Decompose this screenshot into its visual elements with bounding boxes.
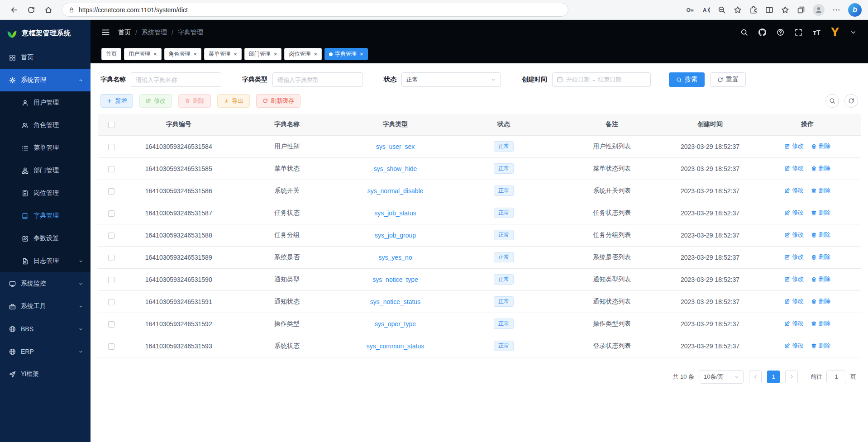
split-screen-icon[interactable] [765, 6, 773, 14]
dict-type-input[interactable] [272, 72, 363, 87]
read-aloud-icon[interactable]: A [702, 6, 710, 14]
view-tab[interactable]: 用户管理× [124, 48, 162, 60]
row-delete-link[interactable]: 删除 [811, 164, 830, 172]
sidebar-item[interactable]: 首页 [0, 46, 91, 69]
refresh-table-button[interactable] [844, 94, 858, 108]
delete-button[interactable]: 删除 [178, 94, 211, 108]
row-edit-link[interactable]: 修改 [784, 319, 804, 328]
dict-type-link[interactable]: sys_oper_type [375, 320, 416, 328]
row-edit-link[interactable]: 修改 [784, 231, 804, 239]
sidebar-subitem[interactable]: 参数设置 [0, 227, 91, 250]
close-icon[interactable]: × [314, 51, 317, 57]
row-checkbox[interactable] [108, 188, 114, 195]
sidebar-subitem[interactable]: 字典管理 [0, 204, 91, 227]
row-checkbox[interactable] [108, 321, 114, 328]
sidebar-item[interactable]: 系统工具 [0, 295, 91, 318]
profile-avatar[interactable] [813, 4, 825, 16]
font-size-icon[interactable]: тT [813, 29, 820, 36]
toggle-search-button[interactable] [825, 94, 839, 108]
row-checkbox[interactable] [108, 210, 114, 217]
row-checkbox[interactable] [108, 255, 114, 261]
row-checkbox[interactable] [108, 233, 114, 239]
help-icon[interactable] [777, 29, 784, 36]
header-search-icon[interactable] [740, 29, 748, 36]
row-edit-link[interactable]: 修改 [784, 297, 804, 305]
row-checkbox[interactable] [108, 277, 114, 283]
dict-type-link[interactable]: sys_job_group [375, 232, 416, 239]
bing-icon[interactable]: b [848, 3, 862, 17]
view-tab[interactable]: 首页 [101, 48, 121, 60]
sidebar-toggle-icon[interactable] [101, 28, 110, 37]
next-page-button[interactable] [785, 371, 798, 383]
favorites-bar-icon[interactable] [781, 6, 789, 14]
row-checkbox[interactable] [108, 299, 114, 305]
dict-name-input[interactable] [131, 72, 221, 87]
url-text[interactable]: https://ccnetcore.com:1101/system/dict [79, 6, 188, 14]
row-edit-link[interactable]: 修改 [784, 342, 804, 350]
dict-type-link[interactable]: sys_job_status [374, 209, 416, 217]
view-tab[interactable]: 菜单管理× [204, 48, 242, 60]
dict-type-link[interactable]: sys_show_hide [374, 165, 417, 172]
sidebar-subitem[interactable]: 角色管理 [0, 114, 91, 137]
extensions-icon[interactable] [749, 6, 758, 14]
sidebar-subitem[interactable]: 菜单管理 [0, 137, 91, 159]
home-button[interactable] [41, 2, 56, 18]
row-delete-link[interactable]: 删除 [811, 231, 830, 239]
sidebar-subitem[interactable]: 用户管理 [0, 91, 91, 114]
sidebar-subitem[interactable]: 部门管理 [0, 159, 91, 182]
export-button[interactable]: 导出 [217, 94, 250, 108]
reset-button[interactable]: 重置 [710, 72, 746, 87]
row-edit-link[interactable]: 修改 [784, 186, 804, 195]
dict-type-link[interactable]: sys_user_sex [376, 143, 415, 150]
goto-page-input[interactable] [826, 371, 846, 383]
select-all-checkbox[interactable] [108, 122, 114, 128]
sidebar-item[interactable]: BBS [0, 318, 91, 340]
more-menu-icon[interactable] [832, 6, 840, 14]
search-button[interactable]: 搜索 [669, 72, 705, 87]
zoom-icon[interactable] [718, 6, 726, 14]
date-range-picker[interactable]: 开始日期 - 结束日期 [552, 72, 651, 87]
sidebar-subitem[interactable]: 岗位管理 [0, 182, 91, 204]
dict-type-link[interactable]: sys_notice_type [372, 276, 418, 283]
row-checkbox[interactable] [108, 144, 114, 150]
fullscreen-icon[interactable] [795, 29, 802, 36]
sidebar-item[interactable]: ERP [0, 340, 91, 363]
row-edit-link[interactable]: 修改 [784, 142, 804, 150]
row-delete-link[interactable]: 删除 [811, 297, 830, 305]
refresh-button[interactable] [24, 2, 39, 18]
user-menu-caret-icon[interactable] [849, 29, 857, 36]
sidebar-subitem[interactable]: 日志管理 [0, 250, 91, 272]
page-1-button[interactable]: 1 [767, 371, 780, 383]
breadcrumb-item[interactable]: 首页 [118, 29, 131, 37]
address-bar[interactable]: https://ccnetcore.com:1101/system/dict [62, 3, 568, 17]
view-tab[interactable]: 部门管理× [244, 48, 282, 60]
row-delete-link[interactable]: 删除 [811, 186, 830, 195]
favorite-star-icon[interactable] [734, 6, 742, 14]
refresh-cache-button[interactable]: 刷新缓存 [256, 94, 300, 108]
row-delete-link[interactable]: 删除 [811, 275, 830, 283]
row-delete-link[interactable]: 删除 [811, 253, 830, 261]
edit-button[interactable]: 修改 [139, 94, 172, 108]
row-delete-link[interactable]: 删除 [811, 342, 830, 350]
row-edit-link[interactable]: 修改 [784, 209, 804, 217]
close-icon[interactable]: × [360, 51, 363, 57]
sidebar-item[interactable]: 系统管理 [0, 69, 91, 91]
add-button[interactable]: 新增 [100, 94, 133, 108]
row-delete-link[interactable]: 删除 [811, 319, 830, 328]
dict-type-link[interactable]: sys_normal_disable [367, 187, 424, 195]
breadcrumb-item[interactable]: 系统管理 [142, 29, 167, 37]
dict-type-link[interactable]: sys_common_status [367, 342, 424, 350]
close-icon[interactable]: × [194, 51, 197, 57]
row-delete-link[interactable]: 删除 [811, 142, 830, 150]
close-icon[interactable]: × [153, 51, 157, 57]
row-checkbox[interactable] [108, 166, 114, 172]
view-tab[interactable]: 岗位管理× [284, 48, 322, 60]
prev-page-button[interactable] [749, 371, 762, 383]
password-key-icon[interactable] [686, 6, 694, 14]
page-size-select[interactable]: 10条/页 [700, 370, 744, 384]
view-tab[interactable]: 字典管理× [324, 48, 368, 60]
close-icon[interactable]: × [274, 51, 277, 57]
view-tab[interactable]: 角色管理× [164, 48, 202, 60]
dict-type-link[interactable]: sys_yes_no [379, 254, 412, 261]
collections-icon[interactable] [797, 6, 805, 14]
